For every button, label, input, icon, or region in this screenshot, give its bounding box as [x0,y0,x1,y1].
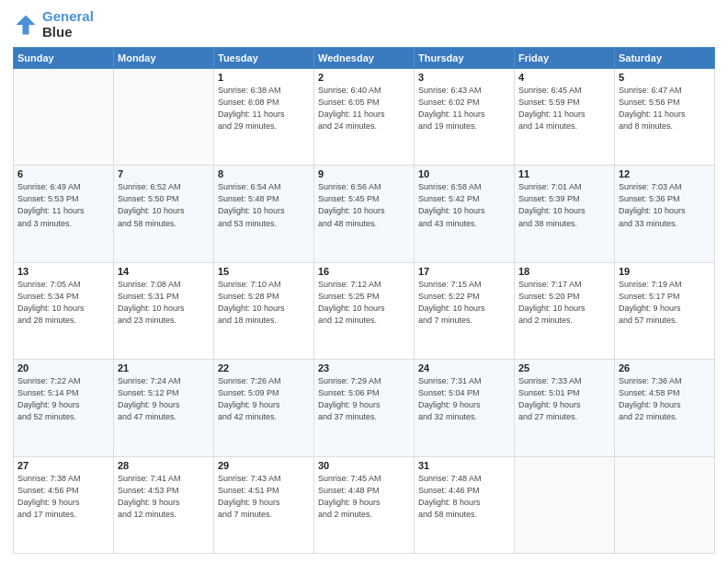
day-number: 26 [619,362,711,373]
day-number: 11 [518,168,610,179]
day-number: 12 [619,168,711,179]
day-info: Sunrise: 7:05 AM Sunset: 5:34 PM Dayligh… [17,279,109,327]
calendar-cell: 10Sunrise: 6:58 AM Sunset: 5:42 PM Dayli… [415,166,515,262]
calendar-cell: 2Sunrise: 6:40 AM Sunset: 6:05 PM Daylig… [314,69,415,166]
day-info: Sunrise: 7:10 AM Sunset: 5:28 PM Dayligh… [218,279,310,327]
day-number: 7 [118,168,210,179]
day-info: Sunrise: 6:45 AM Sunset: 5:59 PM Dayligh… [518,85,610,132]
day-number: 6 [17,168,109,179]
day-info: Sunrise: 7:03 AM Sunset: 5:36 PM Dayligh… [619,181,711,229]
calendar-cell [114,69,214,166]
calendar-cell: 27Sunrise: 7:38 AM Sunset: 4:56 PM Dayli… [14,456,114,553]
day-info: Sunrise: 6:47 AM Sunset: 5:56 PM Dayligh… [619,85,711,132]
logo-text: General Blue [42,9,94,40]
day-number: 20 [17,362,109,373]
day-info: Sunrise: 6:56 AM Sunset: 5:45 PM Dayligh… [318,181,410,229]
calendar-cell: 7Sunrise: 6:52 AM Sunset: 5:50 PM Daylig… [114,166,214,262]
calendar-cell: 30Sunrise: 7:45 AM Sunset: 4:48 PM Dayli… [314,456,415,553]
day-number: 18 [518,266,610,277]
calendar-cell: 22Sunrise: 7:26 AM Sunset: 5:09 PM Dayli… [214,360,314,456]
calendar-cell [515,456,615,553]
calendar-header-row: SundayMondayTuesdayWednesdayThursdayFrid… [14,48,715,69]
day-number: 1 [218,72,310,83]
calendar-cell: 4Sunrise: 6:45 AM Sunset: 5:59 PM Daylig… [515,69,615,166]
day-info: Sunrise: 7:01 AM Sunset: 5:39 PM Dayligh… [518,181,610,229]
calendar-table: SundayMondayTuesdayWednesdayThursdayFrid… [13,47,715,554]
calendar-cell: 19Sunrise: 7:19 AM Sunset: 5:17 PM Dayli… [615,262,715,359]
calendar-cell: 14Sunrise: 7:08 AM Sunset: 5:31 PM Dayli… [114,262,214,359]
calendar-cell: 21Sunrise: 7:24 AM Sunset: 5:12 PM Dayli… [114,360,214,456]
logo-icon [13,12,39,38]
logo: General Blue [13,9,94,40]
day-info: Sunrise: 7:48 AM Sunset: 4:46 PM Dayligh… [418,473,510,521]
day-number: 9 [318,168,410,179]
day-info: Sunrise: 6:38 AM Sunset: 6:08 PM Dayligh… [218,85,310,132]
day-number: 5 [619,72,711,83]
day-number: 29 [218,460,310,471]
calendar-cell: 23Sunrise: 7:29 AM Sunset: 5:06 PM Dayli… [314,360,415,456]
day-number: 24 [418,362,510,373]
day-number: 10 [418,168,510,179]
calendar-cell: 18Sunrise: 7:17 AM Sunset: 5:20 PM Dayli… [515,262,615,359]
day-info: Sunrise: 7:17 AM Sunset: 5:20 PM Dayligh… [518,279,610,327]
page: General Blue SundayMondayTuesdayWednesda… [0,0,728,563]
day-info: Sunrise: 7:26 AM Sunset: 5:09 PM Dayligh… [218,375,310,423]
day-info: Sunrise: 7:12 AM Sunset: 5:25 PM Dayligh… [318,279,410,327]
day-number: 3 [418,72,510,83]
day-info: Sunrise: 6:49 AM Sunset: 5:53 PM Dayligh… [17,181,109,229]
calendar-cell: 17Sunrise: 7:15 AM Sunset: 5:22 PM Dayli… [415,262,515,359]
calendar-cell: 12Sunrise: 7:03 AM Sunset: 5:36 PM Dayli… [615,166,715,262]
calendar-header-friday: Friday [515,48,615,69]
day-number: 27 [17,460,109,471]
calendar-cell: 29Sunrise: 7:43 AM Sunset: 4:51 PM Dayli… [214,456,314,553]
calendar-cell: 6Sunrise: 6:49 AM Sunset: 5:53 PM Daylig… [14,166,114,262]
day-number: 21 [118,362,210,373]
day-info: Sunrise: 7:08 AM Sunset: 5:31 PM Dayligh… [118,279,210,327]
day-info: Sunrise: 7:41 AM Sunset: 4:53 PM Dayligh… [118,473,210,521]
calendar-cell: 3Sunrise: 6:43 AM Sunset: 6:02 PM Daylig… [415,69,515,166]
calendar-cell: 13Sunrise: 7:05 AM Sunset: 5:34 PM Dayli… [14,262,114,359]
day-number: 15 [218,266,310,277]
day-number: 2 [318,72,410,83]
calendar-cell: 8Sunrise: 6:54 AM Sunset: 5:48 PM Daylig… [214,166,314,262]
day-info: Sunrise: 6:52 AM Sunset: 5:50 PM Dayligh… [118,181,210,229]
day-number: 14 [118,266,210,277]
day-info: Sunrise: 7:33 AM Sunset: 5:01 PM Dayligh… [518,375,610,423]
day-number: 19 [619,266,711,277]
calendar-week-row: 27Sunrise: 7:38 AM Sunset: 4:56 PM Dayli… [14,456,715,553]
day-info: Sunrise: 7:36 AM Sunset: 4:58 PM Dayligh… [619,375,711,423]
day-number: 31 [418,460,510,471]
calendar-cell: 24Sunrise: 7:31 AM Sunset: 5:04 PM Dayli… [415,360,515,456]
day-info: Sunrise: 7:45 AM Sunset: 4:48 PM Dayligh… [318,473,410,521]
day-number: 16 [318,266,410,277]
calendar-cell: 5Sunrise: 6:47 AM Sunset: 5:56 PM Daylig… [615,69,715,166]
day-info: Sunrise: 7:22 AM Sunset: 5:14 PM Dayligh… [17,375,109,423]
day-info: Sunrise: 7:38 AM Sunset: 4:56 PM Dayligh… [17,473,109,521]
calendar-cell: 25Sunrise: 7:33 AM Sunset: 5:01 PM Dayli… [515,360,615,456]
day-info: Sunrise: 7:15 AM Sunset: 5:22 PM Dayligh… [418,279,510,327]
day-info: Sunrise: 7:19 AM Sunset: 5:17 PM Dayligh… [619,279,711,327]
calendar-week-row: 6Sunrise: 6:49 AM Sunset: 5:53 PM Daylig… [14,166,715,262]
calendar-header-saturday: Saturday [615,48,715,69]
day-number: 22 [218,362,310,373]
day-number: 13 [17,266,109,277]
day-info: Sunrise: 6:58 AM Sunset: 5:42 PM Dayligh… [418,181,510,229]
calendar-week-row: 20Sunrise: 7:22 AM Sunset: 5:14 PM Dayli… [14,360,715,456]
header: General Blue [13,9,715,40]
calendar-header-tuesday: Tuesday [214,48,314,69]
calendar-header-thursday: Thursday [415,48,515,69]
calendar-header-sunday: Sunday [14,48,114,69]
day-info: Sunrise: 7:43 AM Sunset: 4:51 PM Dayligh… [218,473,310,521]
day-number: 30 [318,460,410,471]
calendar-cell: 11Sunrise: 7:01 AM Sunset: 5:39 PM Dayli… [515,166,615,262]
day-info: Sunrise: 7:24 AM Sunset: 5:12 PM Dayligh… [118,375,210,423]
day-number: 8 [218,168,310,179]
day-info: Sunrise: 6:43 AM Sunset: 6:02 PM Dayligh… [418,85,510,132]
calendar-week-row: 1Sunrise: 6:38 AM Sunset: 6:08 PM Daylig… [14,69,715,166]
day-info: Sunrise: 6:54 AM Sunset: 5:48 PM Dayligh… [218,181,310,229]
calendar-cell: 1Sunrise: 6:38 AM Sunset: 6:08 PM Daylig… [214,69,314,166]
day-info: Sunrise: 6:40 AM Sunset: 6:05 PM Dayligh… [318,85,410,132]
calendar-header-wednesday: Wednesday [314,48,415,69]
day-number: 4 [518,72,610,83]
calendar-cell [14,69,114,166]
